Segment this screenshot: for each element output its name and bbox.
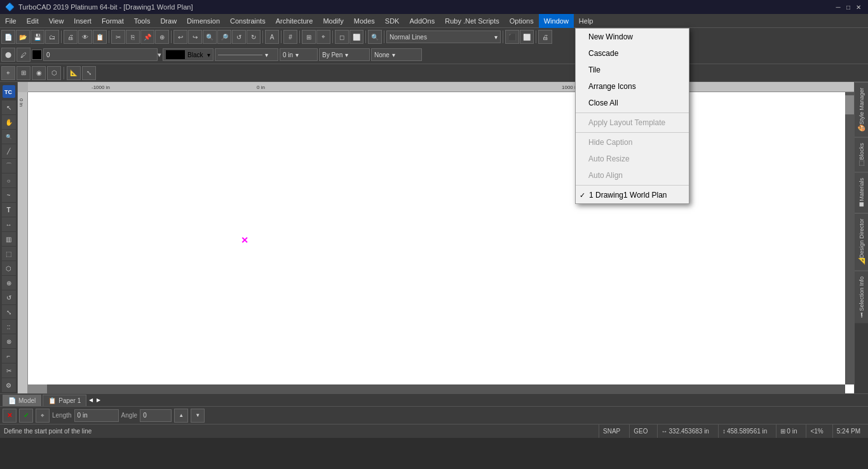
- regen-button[interactable]: ↺: [232, 30, 246, 44]
- model-tab[interactable]: 📄 Model: [3, 395, 41, 406]
- menu-architecture[interactable]: Architecture: [271, 14, 318, 28]
- menu-edit[interactable]: Edit: [22, 14, 44, 28]
- pen-dropdown[interactable]: By Pen ▾: [319, 48, 370, 61]
- menu-help[interactable]: Help: [574, 14, 599, 28]
- x-cancel-btn[interactable]: ✕: [3, 409, 17, 423]
- angle-down-btn[interactable]: ▼: [191, 409, 205, 423]
- selection-info-tab[interactable]: ℹ Selection Info: [855, 271, 868, 323]
- ortho-toggle[interactable]: ⊞: [17, 66, 31, 80]
- vscroll-thumb[interactable]: [845, 95, 854, 114]
- measure-btn[interactable]: 📐: [67, 66, 81, 80]
- menu-options[interactable]: Options: [505, 14, 539, 28]
- close-button[interactable]: ✕: [854, 3, 863, 11]
- menu-tools[interactable]: Tools: [129, 14, 156, 28]
- menu-sdk[interactable]: SDK: [380, 14, 405, 28]
- zoom-out-button[interactable]: 🔎: [217, 30, 231, 44]
- angle-input[interactable]: [140, 409, 172, 422]
- maximize-button[interactable]: □: [844, 3, 853, 11]
- menu-addons[interactable]: AddOns: [404, 14, 440, 28]
- hatch-tool[interactable]: ▥: [2, 232, 16, 246]
- new-window-item[interactable]: New Window: [576, 29, 689, 45]
- scale-btn[interactable]: ⤡: [82, 66, 96, 80]
- trim-tool[interactable]: ✂: [2, 364, 16, 377]
- pan-tool[interactable]: ✋: [2, 115, 16, 129]
- close-all-item[interactable]: Close All: [576, 95, 689, 111]
- text-tool[interactable]: T: [2, 203, 16, 217]
- layer-input[interactable]: [43, 48, 158, 61]
- canvas-area[interactable]: -1000 in 0 in 1000 in 0 in ✕: [18, 82, 854, 393]
- blocks-tab[interactable]: ⬚ Blocks: [855, 137, 868, 172]
- menu-modify[interactable]: Modify: [318, 14, 348, 28]
- dimension-tool[interactable]: ↔: [2, 217, 16, 231]
- vertical-scrollbar[interactable]: [845, 92, 854, 384]
- freehand-tool[interactable]: ~: [2, 188, 16, 202]
- materials-tab[interactable]: ◼ Materials: [855, 172, 868, 214]
- none-dropdown[interactable]: None ▾: [371, 48, 422, 61]
- prop1-button[interactable]: ◻: [335, 30, 349, 44]
- angle-up-btn[interactable]: ▲: [174, 409, 188, 423]
- snap-icon[interactable]: ⌖: [36, 409, 50, 423]
- paste-special-button[interactable]: ⊕: [155, 30, 169, 44]
- gear-tool[interactable]: ⚙: [2, 378, 16, 392]
- grid-button[interactable]: #: [283, 30, 297, 44]
- line-width-dropdown[interactable]: 0 in ▾: [280, 48, 318, 61]
- style-manager-tab[interactable]: 🎨 Style Manager: [855, 82, 868, 137]
- length-input[interactable]: [74, 409, 119, 422]
- menu-file[interactable]: File: [0, 14, 22, 28]
- print2-button[interactable]: 🖨: [538, 30, 552, 44]
- select-tool[interactable]: ↖: [2, 100, 16, 114]
- snap2-button[interactable]: ⌖: [316, 30, 330, 44]
- title-bar-controls[interactable]: ─ □ ✕: [834, 3, 863, 11]
- tile-item[interactable]: Tile: [576, 62, 689, 78]
- move-tool[interactable]: ⊕: [2, 276, 16, 290]
- cut-button[interactable]: ✂: [111, 30, 125, 44]
- menu-draw[interactable]: Draw: [155, 14, 182, 28]
- undo-button[interactable]: ↩: [173, 30, 187, 44]
- arrange-icons-item[interactable]: Arrange Icons: [576, 78, 689, 95]
- line-tool[interactable]: ╱: [2, 144, 16, 158]
- scroll-right-btn[interactable]: ▶: [95, 397, 102, 403]
- 3d-tool[interactable]: ⬡: [2, 261, 16, 275]
- menu-insert[interactable]: Insert: [69, 14, 97, 28]
- geo-indicator[interactable]: GEO: [629, 425, 651, 438]
- text-button[interactable]: A: [265, 30, 279, 44]
- print-button[interactable]: 🖨: [64, 30, 78, 44]
- menu-dimension[interactable]: Dimension: [182, 14, 225, 28]
- line-type-dropdown[interactable]: ▾: [215, 48, 278, 61]
- color-icon[interactable]: [32, 50, 42, 60]
- copy-button[interactable]: ⎘: [126, 30, 140, 44]
- menu-format[interactable]: Format: [97, 14, 129, 28]
- paste-button[interactable]: 📌: [140, 30, 154, 44]
- render-button[interactable]: ⬜: [520, 30, 534, 44]
- page-setup-button[interactable]: 📋: [93, 30, 107, 44]
- block-tool[interactable]: ⬚: [2, 247, 16, 261]
- prop2-button[interactable]: ⬜: [349, 30, 363, 44]
- view3d-button[interactable]: ⬛: [505, 30, 519, 44]
- paper1-tab[interactable]: 📋 Paper 1: [43, 395, 86, 406]
- menu-constraints[interactable]: Constraints: [225, 14, 271, 28]
- menu-window[interactable]: Window: [539, 14, 574, 28]
- array-tool[interactable]: ::: [2, 320, 16, 334]
- redo-button[interactable]: ↪: [188, 30, 202, 44]
- print-preview-button[interactable]: 👁: [78, 30, 92, 44]
- regen-all-button[interactable]: ↻: [247, 30, 261, 44]
- menu-modes[interactable]: Modes: [349, 14, 380, 28]
- menu-view[interactable]: View: [44, 14, 69, 28]
- cascade-item[interactable]: Cascade: [576, 45, 689, 62]
- boolean-tool[interactable]: ⊗: [2, 334, 16, 348]
- new-button[interactable]: 📄: [1, 30, 15, 44]
- open-button[interactable]: 📂: [16, 30, 30, 44]
- rotate-tool[interactable]: ↺: [2, 290, 16, 304]
- zoom-button[interactable]: 🔍: [368, 30, 382, 44]
- circle-tool[interactable]: ○: [2, 173, 16, 187]
- drawing1-item[interactable]: 1 Drawing1 World Plan: [576, 187, 689, 203]
- snap1-button[interactable]: ⊞: [302, 30, 316, 44]
- menu-ruby[interactable]: Ruby .Net Scripts: [440, 14, 505, 28]
- design-director-tab[interactable]: 📐 Design Director: [855, 213, 868, 271]
- zoom-tool[interactable]: 🔍: [2, 130, 16, 144]
- fillet-tool[interactable]: ⌐: [2, 349, 16, 363]
- scale-tool[interactable]: ⤡: [2, 305, 16, 319]
- hscroll-thumb[interactable]: [28, 384, 47, 393]
- layer-icon[interactable]: ⬤: [1, 48, 15, 62]
- normal-lines-dropdown[interactable]: Normal Lines ▾: [386, 31, 501, 43]
